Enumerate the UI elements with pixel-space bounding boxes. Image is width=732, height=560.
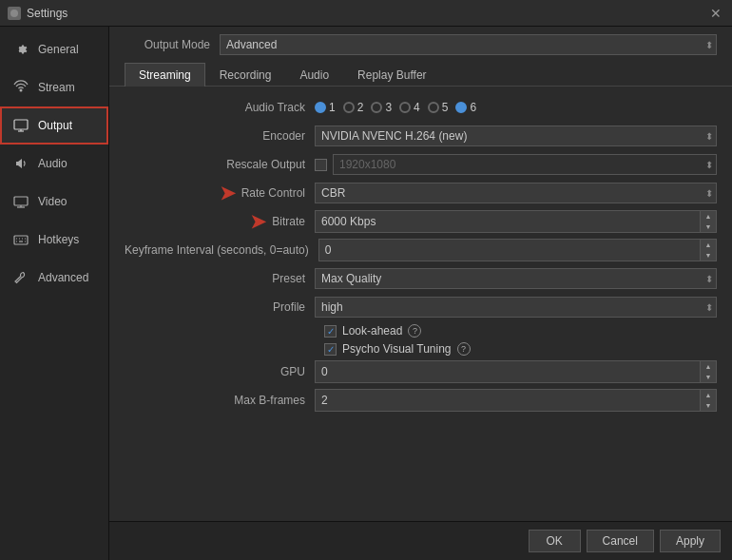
wifi-icon (11, 78, 30, 97)
psycho-label: Psycho Visual Tuning (342, 342, 452, 356)
tabs-container: Streaming Recording Audio Replay Buffer (109, 63, 732, 87)
bitrate-row: ➤ Bitrate ▲ ▼ (125, 210, 717, 233)
svg-rect-5 (14, 197, 28, 205)
output-mode-label: Output Mode (125, 38, 210, 51)
svg-rect-8 (14, 236, 28, 244)
bitrate-down-button[interactable]: ▼ (701, 222, 716, 232)
max-bframes-input[interactable] (316, 390, 700, 411)
sidebar-label-advanced: Advanced (38, 271, 88, 284)
output-mode-select-wrapper: Advanced Simple (220, 34, 717, 55)
track-2-radio[interactable] (343, 102, 355, 113)
svg-point-0 (10, 10, 18, 17)
psycho-checkbox[interactable] (324, 343, 337, 356)
max-bframes-down-button[interactable]: ▼ (701, 400, 716, 411)
lookahead-help-icon[interactable]: ? (408, 324, 421, 338)
keyframe-up-button[interactable]: ▲ (701, 240, 716, 250)
sidebar-item-stream[interactable]: Stream (0, 68, 108, 106)
track-4-label: 4 (414, 101, 420, 114)
rescale-select-wrapper: 1920x1080 (333, 154, 717, 175)
bitrate-label: Bitrate (272, 215, 305, 228)
content-area: Output Mode Advanced Simple Streaming Re… (109, 27, 732, 560)
sidebar-label-video: Video (38, 195, 67, 208)
track-5-radio[interactable] (428, 102, 439, 113)
track-5-label: 5 (442, 101, 449, 114)
rescale-label: Rescale Output (125, 158, 315, 171)
bitrate-input[interactable] (316, 211, 700, 232)
encoder-label: Encoder (125, 129, 315, 143)
sidebar: General Stream Output (0, 27, 109, 560)
bottom-bar: OK Cancel Apply (109, 521, 732, 560)
gpu-up-button[interactable]: ▲ (701, 361, 716, 372)
sidebar-label-output: Output (38, 119, 72, 132)
max-bframes-spinbox: ▲ ▼ (315, 389, 717, 412)
gpu-spinbox: ▲ ▼ (315, 360, 717, 383)
profile-label: Profile (125, 300, 315, 314)
tab-replay-buffer[interactable]: Replay Buffer (343, 63, 441, 87)
track-1-item[interactable]: 1 (315, 101, 336, 114)
track-2-item[interactable]: 2 (343, 101, 364, 114)
close-button[interactable]: ✕ (707, 5, 724, 22)
encoder-select[interactable]: NVIDIA NVENC H.264 (new) (315, 126, 717, 146)
keyframe-spinbox-buttons: ▲ ▼ (700, 240, 716, 261)
lookahead-label: Look-ahead (342, 324, 402, 338)
keyframe-down-button[interactable]: ▼ (701, 250, 716, 261)
gpu-input[interactable] (316, 361, 700, 382)
track-4-radio[interactable] (399, 102, 411, 113)
track-1-radio[interactable] (315, 102, 326, 113)
keyframe-spinbox-wrapper: ▲ ▼ (318, 239, 717, 261)
track-5-item[interactable]: 5 (428, 101, 449, 114)
lookahead-checkbox[interactable] (324, 325, 337, 338)
psycho-help-icon[interactable]: ? (457, 342, 471, 356)
apply-button[interactable]: Apply (660, 530, 721, 552)
sidebar-item-hotkeys[interactable]: Hotkeys (0, 221, 108, 259)
output-mode-row: Output Mode Advanced Simple (109, 27, 732, 63)
sidebar-item-advanced[interactable]: Advanced (0, 259, 108, 297)
track-3-radio[interactable] (371, 102, 382, 113)
ok-button[interactable]: OK (529, 530, 581, 552)
rescale-select[interactable]: 1920x1080 (333, 154, 717, 175)
svg-rect-2 (14, 120, 28, 129)
keyframe-input[interactable] (319, 240, 700, 261)
gear-icon (11, 40, 30, 59)
track-6-radio[interactable] (455, 102, 467, 113)
output-mode-select[interactable]: Advanced Simple (220, 34, 717, 55)
track-4-item[interactable]: 4 (399, 101, 420, 114)
track-3-item[interactable]: 3 (371, 101, 392, 114)
rate-control-arrow: ➤ (220, 182, 236, 204)
bitrate-spinbox-wrapper: ▲ ▼ (315, 210, 717, 233)
gpu-down-button[interactable]: ▼ (701, 372, 716, 382)
rate-control-row: ➤ Rate Control CBR VBR CQP (125, 182, 717, 204)
sidebar-item-general[interactable]: General (0, 30, 108, 68)
settings-area: Audio Track 1 2 3 (109, 87, 732, 521)
sidebar-label-general: General (38, 43, 79, 56)
audio-track-options: 1 2 3 4 5 (315, 101, 717, 114)
title-bar: Settings ✕ (0, 0, 732, 27)
bitrate-arrow: ➤ (250, 210, 266, 233)
lookahead-row: Look-ahead ? (125, 324, 717, 338)
cancel-button[interactable]: Cancel (587, 530, 654, 552)
sidebar-item-audio[interactable]: Audio (0, 145, 108, 183)
profile-select[interactable]: high main baseline (315, 297, 717, 318)
keyboard-icon (11, 230, 30, 249)
preset-label: Preset (125, 272, 315, 285)
preset-select[interactable]: Max Quality High Quality Performance (315, 268, 717, 289)
sidebar-label-hotkeys: Hotkeys (38, 233, 79, 246)
svg-point-1 (20, 89, 23, 92)
tab-streaming[interactable]: Streaming (125, 63, 205, 87)
rescale-checkbox[interactable] (315, 159, 327, 171)
sidebar-label-audio: Audio (38, 157, 67, 170)
sidebar-item-output[interactable]: Output (0, 106, 108, 145)
track-6-item[interactable]: 6 (455, 101, 476, 114)
rescale-options: 1920x1080 (315, 154, 717, 175)
track-2-label: 2 (357, 101, 364, 114)
monitor-icon (11, 116, 30, 135)
tab-audio[interactable]: Audio (285, 63, 343, 87)
profile-select-wrapper: high main baseline (315, 297, 717, 318)
sidebar-item-video[interactable]: Video (0, 183, 108, 221)
rate-control-select[interactable]: CBR VBR CQP (315, 183, 717, 203)
bitrate-up-button[interactable]: ▲ (701, 211, 716, 222)
tab-recording[interactable]: Recording (205, 63, 286, 87)
preset-select-wrapper: Max Quality High Quality Performance (315, 268, 717, 289)
display-icon (11, 192, 30, 211)
max-bframes-up-button[interactable]: ▲ (701, 390, 716, 400)
